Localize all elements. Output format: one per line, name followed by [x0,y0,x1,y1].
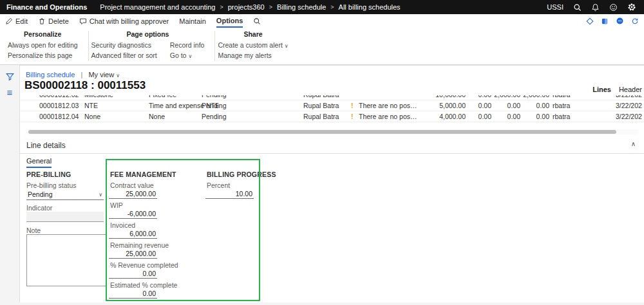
go-to-label: Go to [170,51,187,59]
record-type-link[interactable]: Billing schedule [26,71,75,79]
tab-maintain[interactable]: Maintain [179,14,206,28]
pre-billing-status-label: Pre-billing status [26,181,77,189]
search-icon[interactable] [573,3,582,12]
contract-value-field[interactable]: 25,000.00 [109,190,157,199]
breadcrumb-separator-icon: > [330,4,334,10]
group-title-personalize: Personalize [8,30,78,38]
cell-amount-3: 0.00 [493,100,520,111]
cell-billing-method: Milestone [84,95,146,100]
table-row[interactable]: 00001812.02 Milestone Fixed fee Pending … [20,95,644,100]
cell-message: There are no posted... [359,100,418,111]
options-label: Options [216,17,243,24]
cell-amount: 5,000.00 [414,100,466,111]
filter-funnel-icon[interactable] [0,69,19,84]
power-apps-icon[interactable] [586,17,594,25]
copilot-chat-icon[interactable] [616,17,624,25]
table-row[interactable]: 00001812.03 NTE Time and expense NTE Pen… [20,100,644,111]
security-diagnostics-button[interactable]: Security diagnostics [91,41,157,49]
cell-message: There are no posted... [359,111,418,122]
table-row[interactable]: 00001812.04 None None Pending Rupal Batr… [20,111,644,122]
create-custom-alert-dropdown[interactable]: Create a custom alert∨ [218,41,288,49]
remaining-revenue-label: Remaining revenue [110,241,169,249]
left-rail: ≡ [0,65,19,305]
tab-lines[interactable]: Lines [592,86,611,93]
personalize-this-page-button[interactable]: Personalize this page [8,51,78,59]
manage-my-alerts-button[interactable]: Manage my alerts [218,51,288,59]
cell-billing-method: NTE [84,100,146,111]
cell-status: Pending [202,100,247,111]
percent-field[interactable]: 10.00 [205,190,254,199]
cell-billing-method: None [84,111,146,122]
action-search-icon[interactable] [253,14,261,28]
notifications-bell-icon[interactable] [591,3,600,12]
top-navigation-bar: Finance and Operations Project managemen… [0,0,644,14]
cell-line-id: 00001812.03 [39,100,82,111]
tab-header[interactable]: Header [619,86,642,93]
pre-billing-status-combobox[interactable]: Pending ∨ [26,189,104,200]
chevron-down-icon: ∨ [116,73,120,79]
cell-amount-2: 0.00 [467,111,491,122]
cell-amount-2: 0.00 [467,95,491,100]
horizontal-scrollbar[interactable] [26,129,639,134]
view-selector[interactable]: My view∨ [88,71,120,79]
task-panel-icon[interactable] [601,17,609,25]
breadcrumb-module[interactable]: Project management and accounting [100,3,215,11]
go-to-dropdown[interactable]: Go to∨ [170,51,205,59]
cell-status: Pending [202,95,247,100]
pipe-separator: | [81,71,83,79]
company-picker[interactable]: USSI [547,3,564,11]
settings-gear-icon[interactable] [627,3,636,12]
estimated-percent-complete-field[interactable]: 0.00 [109,290,157,299]
group-title-page-options: Page options [91,30,205,38]
line-details-section-header[interactable]: Line details ∧ [20,138,644,154]
chat-label: Chat with billing approver [90,17,169,25]
pre-billing-status-value: Pending [28,190,53,198]
cell-date: 3/22/202 [616,100,644,111]
cell-amount-4: 0.00 [522,111,549,122]
trash-icon [38,17,46,25]
refresh-icon[interactable] [631,17,639,25]
billing-progress-heading: BILLING PROGRESS [207,171,276,178]
invoiced-field[interactable]: 6,000.00 [109,230,157,239]
collapse-chevron-up-icon[interactable]: ∧ [631,140,636,147]
percent-label: Percent [207,181,230,189]
breadcrumb-area[interactable]: projects360 [228,3,265,11]
cell-amount-3: 0.00 [493,111,520,122]
horizontal-scrollbar-thumb[interactable] [28,130,616,134]
app-title[interactable]: Finance and Operations [0,3,96,11]
expand-pane-hamburger-icon[interactable]: ≡ [0,84,19,100]
cell-amount: 4,000.00 [414,111,466,122]
line-details-title: Line details [26,141,66,150]
edit-button[interactable]: Edit [5,14,28,28]
advanced-filter-or-sort-button[interactable]: Advanced filter or sort [91,51,157,59]
revenue-completed-field[interactable]: 0.00 [109,270,157,279]
record-info-button[interactable]: Record info [170,41,205,49]
edit-label: Edit [15,17,28,25]
ribbon-group-personalize: Personalize Always open for editing Pers… [5,28,88,64]
tab-options[interactable]: Options [216,14,243,28]
feedback-smiley-icon[interactable] [609,3,618,12]
note-textarea[interactable] [26,234,107,286]
cell-line-id: 00001812.04 [39,111,82,122]
app-window: Finance and Operations Project managemen… [0,0,644,305]
cell-amount-4: 0.00 [522,100,549,111]
delete-button[interactable]: Delete [38,14,69,28]
wip-field[interactable]: -6,000.00 [109,210,157,219]
cell-status: Pending [202,111,247,122]
billing-lines-grid: 00001812.02 Milestone Fixed fee Pending … [20,95,644,127]
invoiced-label: Invoiced [110,221,135,229]
always-open-for-editing-button[interactable]: Always open for editing [8,41,78,49]
breadcrumb-view[interactable]: All billing schedules [339,3,401,11]
ribbon-group-page-options: Page options Security diagnostics Advanc… [89,28,215,64]
cell-line-id: 00001812.02 [39,95,82,100]
breadcrumb-page[interactable]: Billing schedule [277,3,326,11]
estimated-percent-complete-label: Estimated % complete [110,281,177,289]
create-custom-alert-label: Create a custom alert [218,41,282,49]
tab-general[interactable]: General [26,157,52,168]
contract-value-label: Contract value [110,181,154,189]
cell-amount-2: 0.00 [467,100,491,111]
cell-approver: Rupal Batra [303,95,350,100]
remaining-revenue-field[interactable]: 25,000.00 [109,250,157,259]
cell-date: 3/22/202 [616,111,644,122]
chat-with-billing-approver-button[interactable]: Chat with billing approver [79,14,169,28]
